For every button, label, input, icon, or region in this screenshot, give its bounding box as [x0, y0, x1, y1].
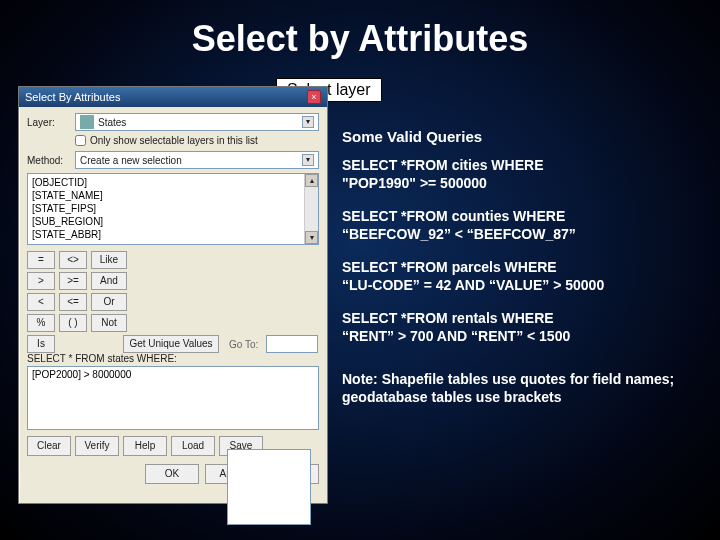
queries-panel: Some Valid Queries SELECT *FROM cities W…	[342, 128, 690, 406]
list-item[interactable]: [STATE_ABBR]	[32, 228, 314, 241]
field-list[interactable]: [OBJECTID] [STATE_NAME] [STATE_FIPS] [SU…	[27, 173, 319, 245]
chevron-down-icon[interactable]: ▾	[302, 154, 314, 166]
op-le-button[interactable]: <=	[59, 293, 87, 311]
list-item[interactable]: [SUB_REGION]	[32, 215, 314, 228]
scrollbar[interactable]: ▴ ▾	[304, 174, 318, 244]
only-selectable-checkbox[interactable]: Only show selectable layers in this list	[75, 135, 319, 146]
op-ge-button[interactable]: >=	[59, 272, 87, 290]
method-combobox[interactable]: Create a new selection ▾	[75, 151, 319, 169]
layer-label: Layer:	[27, 117, 75, 128]
layer-combobox[interactable]: States ▾	[75, 113, 319, 131]
layer-value: States	[98, 117, 126, 128]
goto-label: Go To:	[229, 339, 258, 350]
clear-button[interactable]: Clear	[27, 436, 71, 456]
method-label: Method:	[27, 155, 75, 166]
op-pct-button[interactable]: %	[27, 314, 55, 332]
only-selectable-label: Only show selectable layers in this list	[90, 135, 258, 146]
chevron-down-icon[interactable]: ▾	[302, 116, 314, 128]
sql-textarea[interactable]: [POP2000] > 8000000	[27, 366, 319, 430]
op-gt-button[interactable]: >	[27, 272, 55, 290]
list-item[interactable]: [OBJECTID]	[32, 176, 314, 189]
layer-icon	[80, 115, 94, 129]
op-and-button[interactable]: And	[91, 272, 127, 290]
select-by-attributes-dialog: Select By Attributes × Layer: States ▾ O…	[18, 86, 328, 504]
query-example: SELECT *FROM rentals WHERE “RENT” > 700 …	[342, 310, 690, 345]
verify-button[interactable]: Verify	[75, 436, 119, 456]
only-selectable-input[interactable]	[75, 135, 86, 146]
op-ne-button[interactable]: <>	[59, 251, 87, 269]
unique-values-list[interactable]	[227, 449, 311, 525]
queries-header: Some Valid Queries	[342, 128, 690, 145]
get-unique-values-button[interactable]: Get Unique Values	[123, 335, 219, 353]
query-example: SELECT *FROM counties WHERE “BEEFCOW_92”…	[342, 208, 690, 243]
op-eq-button[interactable]: =	[27, 251, 55, 269]
list-item[interactable]: [STATE_NAME]	[32, 189, 314, 202]
op-paren-button[interactable]: ( )	[59, 314, 87, 332]
sql-header: SELECT * FROM states WHERE:	[27, 353, 319, 364]
dialog-titlebar[interactable]: Select By Attributes ×	[19, 87, 327, 107]
op-like-button[interactable]: Like	[91, 251, 127, 269]
op-is-button[interactable]: Is	[27, 335, 55, 353]
goto-input[interactable]	[266, 335, 318, 353]
scroll-up-icon[interactable]: ▴	[305, 174, 318, 187]
help-button[interactable]: Help	[123, 436, 167, 456]
op-not-button[interactable]: Not	[91, 314, 127, 332]
op-or-button[interactable]: Or	[91, 293, 127, 311]
query-example: SELECT *FROM parcels WHERE “LU-CODE” = 4…	[342, 259, 690, 294]
list-item[interactable]: [STATE_FIPS]	[32, 202, 314, 215]
method-value: Create a new selection	[80, 155, 182, 166]
dialog-title: Select By Attributes	[25, 91, 120, 103]
op-lt-button[interactable]: <	[27, 293, 55, 311]
scroll-down-icon[interactable]: ▾	[305, 231, 318, 244]
close-icon[interactable]: ×	[307, 90, 321, 104]
query-example: SELECT *FROM cities WHERE "POP1990" >= 5…	[342, 157, 690, 192]
ok-button[interactable]: OK	[145, 464, 199, 484]
load-button[interactable]: Load	[171, 436, 215, 456]
slide-title: Select by Attributes	[0, 18, 720, 60]
note-text: Note: Shapefile tables use quotes for fi…	[342, 371, 690, 406]
